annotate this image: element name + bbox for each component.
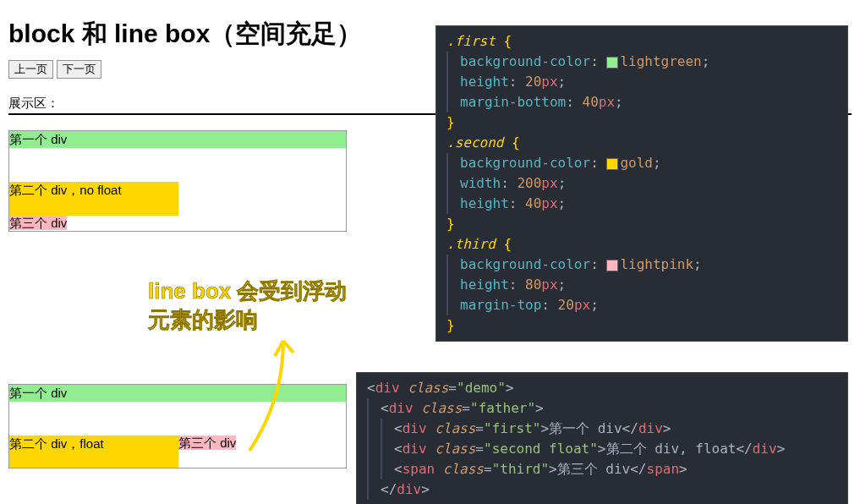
demo-box-2: 第一个 div 第二个 div，float 第三个 div bbox=[8, 384, 347, 468]
prev-button[interactable]: 上一页 bbox=[8, 60, 53, 79]
code-block-html: <div class="demo"><div class="father"><d… bbox=[356, 372, 848, 504]
demo1-third: 第三个 div bbox=[9, 216, 67, 230]
demo-box-1: 第一个 div 第二个 div，no float 第三个 div bbox=[8, 130, 347, 232]
next-button[interactable]: 下一页 bbox=[57, 60, 101, 79]
demo1-first: 第一个 div bbox=[9, 131, 346, 148]
demo2-second: 第二个 div，float bbox=[9, 436, 178, 468]
demo2-third: 第三个 div bbox=[178, 436, 236, 450]
code-block-css: .first {background-color: lightgreen;hei… bbox=[435, 25, 848, 342]
demo1-second: 第二个 div，no float bbox=[9, 182, 178, 216]
demo2-first: 第一个 div bbox=[9, 385, 346, 402]
